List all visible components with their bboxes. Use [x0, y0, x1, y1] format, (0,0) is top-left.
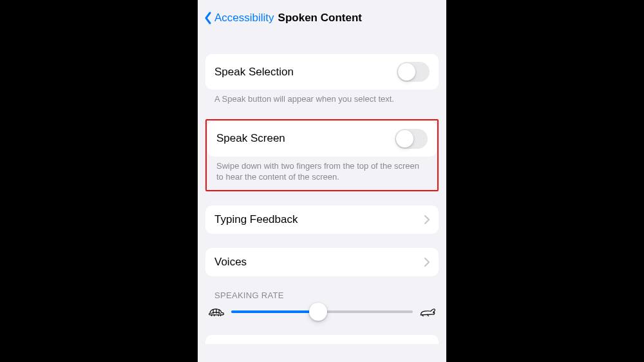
row-typing-feedback-title: Typing Feedback [214, 213, 298, 226]
back-label: Accessibility [214, 12, 274, 24]
chevron-left-icon [204, 12, 212, 24]
toggle-knob [396, 130, 413, 148]
toggle-knob [398, 63, 415, 81]
slider-fill [231, 310, 318, 313]
nav-bar: Accessibility Spoken Content [198, 0, 446, 35]
settings-screen: Accessibility Spoken Content Speak Selec… [198, 0, 446, 362]
header-speaking-rate: SPEAKING RATE [205, 291, 439, 304]
toggle-speak-selection[interactable] [397, 62, 430, 82]
toggle-speak-screen[interactable] [395, 129, 428, 149]
hare-icon [419, 305, 436, 318]
row-next-partial [205, 335, 439, 344]
row-speak-screen[interactable]: Speak Screen [207, 121, 437, 157]
group-speaking-rate: SPEAKING RATE [205, 291, 439, 318]
back-button[interactable]: Accessibility [204, 12, 274, 24]
highlight-speak-screen: Speak Screen Swipe down with two fingers… [205, 119, 439, 191]
slider-speaking-rate-row [205, 304, 439, 318]
footer-speak-selection: A Speak button will appear when you sele… [205, 90, 439, 105]
row-speak-selection-title: Speak Selection [214, 66, 294, 79]
group-voices: Voices [205, 248, 439, 276]
tortoise-icon [208, 305, 225, 318]
svg-point-0 [433, 312, 434, 313]
row-voices-title: Voices [214, 256, 247, 269]
slider-thumb[interactable] [309, 303, 327, 321]
slider-speaking-rate[interactable] [231, 310, 413, 313]
group-typing-feedback: Typing Feedback [205, 205, 439, 234]
row-speak-selection[interactable]: Speak Selection [205, 54, 439, 90]
settings-list: Speak Selection A Speak button will appe… [198, 35, 446, 344]
row-speak-screen-title: Speak Screen [216, 132, 285, 145]
chevron-right-icon [424, 258, 430, 267]
page-title: Spoken Content [278, 12, 362, 24]
footer-speak-screen: Swipe down with two fingers from the top… [207, 157, 437, 189]
group-speak-selection: Speak Selection A Speak button will appe… [205, 54, 439, 105]
row-voices[interactable]: Voices [205, 248, 439, 276]
row-typing-feedback[interactable]: Typing Feedback [205, 205, 439, 234]
chevron-right-icon [424, 215, 430, 224]
